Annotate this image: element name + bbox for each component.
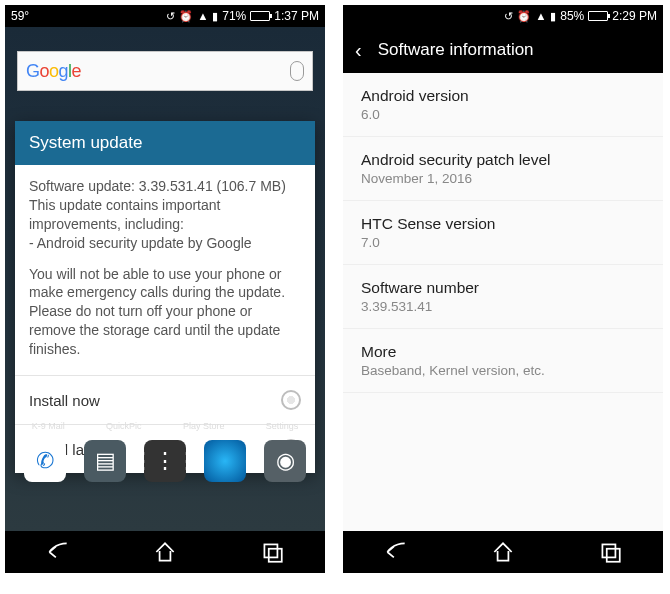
item-title: Android version — [361, 87, 645, 105]
phone-app-icon[interactable]: ✆ — [24, 440, 66, 482]
back-button[interactable] — [45, 539, 71, 565]
svg-rect-0 — [264, 544, 277, 557]
radio-icon — [281, 390, 301, 410]
item-sub: November 1, 2016 — [361, 171, 645, 186]
clock: 2:29 PM — [612, 9, 657, 23]
battery-icon — [588, 11, 608, 21]
item-sub: 6.0 — [361, 107, 645, 122]
battery-icon — [250, 11, 270, 21]
dock: ✆ ▤ ⋮⋮⋮ ◉ — [5, 433, 325, 489]
item-title: Software number — [361, 279, 645, 297]
browser-app-icon[interactable] — [204, 440, 246, 482]
battery-percent: 71% — [222, 9, 246, 23]
google-search-widget[interactable]: Google — [17, 51, 313, 91]
dialog-body-2: You will not be able to use your phone o… — [29, 265, 301, 359]
page-title: Software information — [378, 40, 534, 60]
phone-right: ↺ ⏰ ▲ ▮ 85% 2:29 PM ‹ Software informati… — [343, 5, 663, 573]
app-label: Settings — [266, 421, 299, 431]
svg-rect-3 — [606, 549, 619, 562]
app-drawer-icon[interactable]: ⋮⋮⋮ — [144, 440, 186, 482]
app-labels-row: K-9 Mail QuickPic Play Store Settings — [5, 421, 325, 431]
app-label: Play Store — [183, 421, 225, 431]
app-label: K-9 Mail — [32, 421, 65, 431]
install-now-label: Install now — [29, 392, 100, 409]
item-title: HTC Sense version — [361, 215, 645, 233]
install-now-option[interactable]: Install now — [15, 375, 315, 424]
signal-icon: ▮ — [550, 10, 556, 23]
weather-temp: 59° — [11, 9, 29, 23]
home-screen: Google System update Software update: 3.… — [5, 27, 325, 531]
status-bar: ↺ ⏰ ▲ ▮ 85% 2:29 PM — [343, 5, 663, 27]
alarm-icon: ⏰ — [179, 10, 193, 23]
item-sub: Baseband, Kernel version, etc. — [361, 363, 645, 378]
sync-icon: ↺ — [504, 10, 513, 23]
wifi-icon: ▲ — [535, 10, 546, 22]
recent-apps-button[interactable] — [259, 539, 285, 565]
voice-search-icon[interactable] — [290, 61, 304, 81]
app-bar: ‹ Software information — [343, 27, 663, 73]
item-title: Android security patch level — [361, 151, 645, 169]
status-bar: 59° ↺ ⏰ ▲ ▮ 71% 1:37 PM — [5, 5, 325, 27]
phone-left: 59° ↺ ⏰ ▲ ▮ 71% 1:37 PM Google System up… — [5, 5, 325, 573]
home-button[interactable] — [490, 539, 516, 565]
sync-icon: ↺ — [166, 10, 175, 23]
navigation-bar — [5, 531, 325, 573]
clock: 1:37 PM — [274, 9, 319, 23]
security-patch-item[interactable]: Android security patch level November 1,… — [343, 137, 663, 201]
battery-percent: 85% — [560, 9, 584, 23]
camera-app-icon[interactable]: ◉ — [264, 440, 306, 482]
more-item[interactable]: More Baseband, Kernel version, etc. — [343, 329, 663, 393]
wifi-icon: ▲ — [197, 10, 208, 22]
alarm-icon: ⏰ — [517, 10, 531, 23]
software-info-screen: Android version 6.0 Android security pat… — [343, 73, 663, 531]
back-icon[interactable]: ‹ — [355, 39, 362, 62]
item-sub: 7.0 — [361, 235, 645, 250]
item-sub: 3.39.531.41 — [361, 299, 645, 314]
svg-rect-1 — [268, 549, 281, 562]
htc-sense-item[interactable]: HTC Sense version 7.0 — [343, 201, 663, 265]
dialog-body-1: Software update: 3.39.531.41 (106.7 MB) … — [29, 177, 301, 253]
app-label: QuickPic — [106, 421, 142, 431]
android-version-item[interactable]: Android version 6.0 — [343, 73, 663, 137]
svg-rect-2 — [602, 544, 615, 557]
dialog-title: System update — [15, 121, 315, 165]
software-number-item[interactable]: Software number 3.39.531.41 — [343, 265, 663, 329]
home-button[interactable] — [152, 539, 178, 565]
info-list: Android version 6.0 Android security pat… — [343, 73, 663, 531]
google-logo: Google — [26, 61, 81, 82]
recent-apps-button[interactable] — [597, 539, 623, 565]
navigation-bar — [343, 531, 663, 573]
item-title: More — [361, 343, 645, 361]
messages-app-icon[interactable]: ▤ — [84, 440, 126, 482]
back-button[interactable] — [383, 539, 409, 565]
signal-icon: ▮ — [212, 10, 218, 23]
